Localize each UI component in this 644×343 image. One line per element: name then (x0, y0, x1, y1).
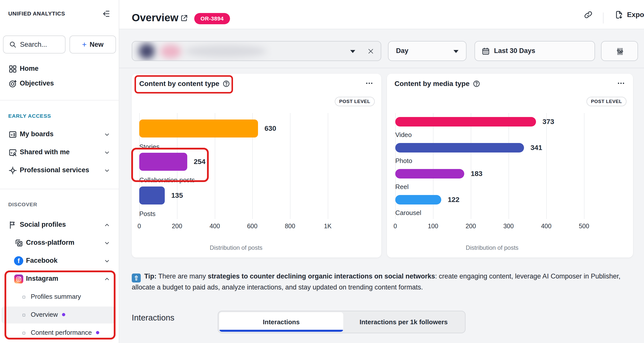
tab-interactions-per-1k[interactable]: Interactions per 1k followers (343, 312, 464, 332)
bar-value: 183 (471, 169, 482, 178)
tab-label: Interactions (263, 318, 300, 326)
bullet-icon (22, 314, 25, 316)
external-link-icon[interactable] (180, 14, 188, 22)
caret-down-icon[interactable] (350, 50, 355, 53)
board-icon (8, 130, 17, 139)
sidebar-item-home[interactable]: Home (0, 61, 119, 77)
date-range-button[interactable]: Last 30 Days (474, 41, 595, 61)
sidebar-item-label: My boards (20, 130, 54, 138)
sidebar-item-objectives[interactable]: Objectives (0, 76, 119, 92)
profile-select[interactable] (132, 41, 381, 61)
chevron-up-icon[interactable] (104, 222, 110, 228)
bar-group[interactable]: 373 Video (395, 117, 589, 139)
flag-icon (8, 220, 17, 230)
collapse-sidebar-icon (101, 9, 110, 18)
sidebar-item-shared-with-me[interactable]: Shared with me (0, 145, 119, 160)
target-icon (8, 79, 17, 88)
bar[interactable] (139, 186, 165, 204)
ellipsis-icon (617, 79, 625, 88)
axis-tick: 800 (285, 222, 295, 230)
bar-group[interactable]: 122 Carousel (395, 195, 589, 217)
advanced-filters-button[interactable] (601, 41, 638, 61)
chevron-up-icon[interactable] (104, 276, 110, 282)
bar[interactable] (139, 153, 187, 171)
bar-group[interactable]: 630 Stories (139, 120, 333, 151)
sidebar-item-label: Cross-platform (26, 239, 74, 246)
chevron-down-icon[interactable] (104, 149, 110, 156)
cross-platform-icon (14, 238, 24, 248)
sidebar-item-label: Instagram (26, 275, 58, 282)
chevron-down-icon[interactable] (104, 240, 110, 246)
sidebar-item-facebook[interactable]: f Facebook (0, 253, 119, 269)
chevron-down-icon[interactable] (104, 258, 110, 264)
header-separator (603, 12, 604, 24)
bar-group[interactable]: 254 Collaboration posts (139, 153, 333, 184)
sidebar-item-content-performance[interactable]: Content performance (0, 325, 119, 341)
sidebar-item-profiles-summary[interactable]: Profiles summary (0, 289, 119, 305)
granularity-value: Day (396, 47, 408, 55)
export-icon (614, 10, 624, 20)
bar[interactable] (395, 143, 524, 152)
sidebar-item-professional-services[interactable]: Professional services (0, 163, 119, 178)
link-icon (584, 10, 593, 19)
tab-label: Interactions per 1k followers (360, 318, 448, 326)
sidebar-item-label: Professional services (20, 166, 89, 174)
notification-dot (62, 313, 65, 316)
bar[interactable] (139, 120, 258, 138)
sidebar-item-instagram[interactable]: Instagram (0, 271, 119, 287)
help-icon[interactable] (473, 80, 480, 88)
new-button-label: New (90, 41, 104, 48)
sidebar-divider (0, 100, 119, 100)
chevron-down-icon[interactable] (104, 167, 110, 174)
up-arrow-icon: ⇧ (132, 274, 141, 282)
close-icon[interactable] (367, 48, 374, 55)
chart-title: Content by content type (139, 80, 230, 88)
axis-tick: 0 (394, 222, 397, 230)
card-menu-button[interactable] (364, 78, 375, 89)
help-icon[interactable] (222, 80, 230, 88)
bar-group[interactable]: 341 Photo (395, 143, 589, 165)
sidebar-item-my-boards[interactable]: My boards (0, 127, 119, 142)
bar[interactable] (395, 117, 536, 126)
export-button[interactable]: Export (614, 0, 644, 29)
bar-group[interactable]: 183 Reel (395, 169, 589, 191)
bar-plot: 373 Video 341 Photo 183 Reel 122 Carouse… (395, 111, 589, 219)
sidebar-item-overview[interactable]: Overview (0, 307, 119, 323)
services-icon (8, 166, 17, 175)
shared-board-icon (8, 148, 17, 157)
bar-label: Carousel (395, 209, 589, 217)
bar[interactable] (395, 195, 441, 204)
active-tab-underline (219, 330, 343, 332)
filter-bar: Day Last 30 Days (119, 29, 644, 68)
sidebar-item-cross-platform[interactable]: Cross-platform (0, 235, 119, 251)
ellipsis-icon (365, 79, 374, 88)
page-header: Overview OR-3894 Export Saved views (119, 0, 644, 29)
bar-label: Posts (139, 210, 333, 218)
bar-plot: 630 Stories 254 Collaboration posts 135 … (139, 111, 333, 219)
export-label: Export (627, 11, 644, 19)
granularity-select[interactable]: Day (388, 41, 466, 61)
sidebar-item-social-profiles[interactable]: Social profiles (0, 217, 119, 233)
search-input[interactable]: Search... (3, 36, 66, 54)
bullet-icon (22, 296, 25, 298)
blurred-profile-name (184, 45, 267, 58)
tip-text: ⇧Tip: There are many strategies to count… (132, 272, 629, 292)
axis-tick: 400 (210, 222, 220, 230)
bar-value: 122 (448, 195, 460, 204)
collapse-sidebar-button[interactable] (101, 9, 110, 18)
chevron-down-icon[interactable] (104, 131, 110, 138)
card-menu-button[interactable] (616, 78, 626, 89)
tab-interactions[interactable]: Interactions (219, 312, 343, 332)
chart-card-media-type: Content by media type POST LEVEL 373 Vid… (387, 74, 633, 258)
bar-value: 135 (171, 186, 183, 204)
copy-link-button[interactable] (584, 0, 593, 29)
bar[interactable] (395, 169, 464, 178)
bar-value: 373 (542, 117, 554, 126)
post-level-badge: POST LEVEL (335, 97, 375, 106)
bar-value: 254 (194, 153, 206, 171)
new-button[interactable]: + New (70, 36, 116, 54)
bar-group[interactable]: 135 Posts (139, 186, 333, 218)
axis-label: Distribution of posts (395, 244, 589, 251)
axis-tick: 200 (466, 222, 476, 230)
axis-tick: 200 (172, 222, 182, 230)
